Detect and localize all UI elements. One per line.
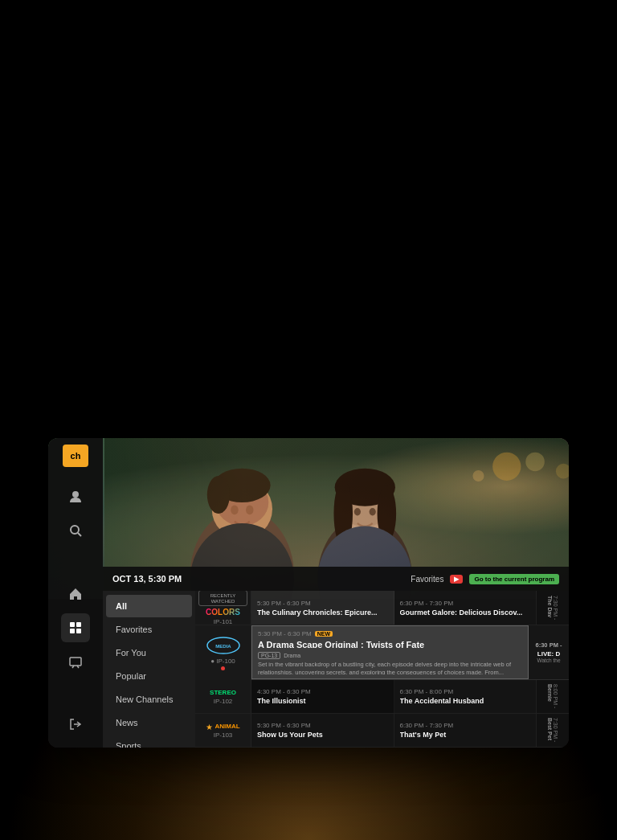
- program-time: 5:30 PM - 6:30 PM: [258, 630, 312, 637]
- svg-point-20: [492, 453, 521, 481]
- program-title: The Accidental Husband: [400, 697, 531, 705]
- guide-icon[interactable]: [61, 613, 90, 642]
- channel-row-media: MEDIA ● IP-100 5:30 PM - 6:30 PM NEW A D…: [195, 625, 569, 680]
- guide-area: All Favorites For You Popular New Channe…: [103, 591, 569, 748]
- svg-line-26: [78, 533, 81, 536]
- program-title: That's My Pet: [400, 731, 531, 739]
- media-programs: 5:30 PM - 6:30 PM NEW A Drama Scape Orig…: [251, 625, 569, 679]
- exit-icon[interactable]: [61, 710, 90, 739]
- date-time-text: OCT 13, 5:30 PM: [112, 574, 182, 584]
- colors-channel-number: IP-101: [214, 618, 233, 625]
- favorites-label: Favorites: [411, 575, 443, 584]
- recently-watched-label: RECENTLY WATCHED: [210, 593, 236, 604]
- program-cell[interactable]: 6:30 PM - 7:30 PM That's My Pet: [394, 714, 537, 747]
- category-news[interactable]: News: [106, 711, 192, 734]
- favorites-badge[interactable]: ▶: [450, 575, 463, 584]
- svg-rect-27: [70, 622, 75, 627]
- category-new-channels[interactable]: New Channels: [106, 688, 192, 711]
- svg-point-7: [207, 476, 230, 514]
- program-time: 5:30 PM - 6:30 PM: [257, 722, 388, 729]
- featured-program-cell[interactable]: 5:30 PM - 6:30 PM NEW A Drama Scape Orig…: [251, 625, 529, 679]
- overflow-cell: 6:30 PM - LIVE: D Watch the: [529, 625, 569, 679]
- program-cell[interactable]: 5:30 PM - 6:30 PM Show Us Your Pets: [251, 714, 394, 747]
- program-cell[interactable]: 5:30 PM - 6:30 PM The Culinary Chronicle…: [251, 591, 394, 625]
- program-description: Set in the vibrant backdrop of a bustlin…: [258, 661, 522, 674]
- tv-screen: ch: [48, 438, 569, 748]
- program-time: 6:30 PM - 7:30 PM: [400, 722, 531, 729]
- svg-text:MEDIA: MEDIA: [215, 644, 231, 649]
- colors-programs: 5:30 PM - 6:30 PM The Culinary Chronicle…: [251, 591, 569, 625]
- svg-point-25: [71, 526, 79, 534]
- genre-tag: Drama: [284, 653, 300, 658]
- new-badge: NEW: [315, 631, 333, 637]
- star-icon: ★: [206, 723, 213, 731]
- channel-row-colors: RECENTLY WATCHED COLORS IP-101 5:30 PM -…: [195, 591, 569, 625]
- program-title: Show Us Your Pets: [257, 731, 388, 739]
- program-title: Gourmet Galore: Delicious Discov...: [400, 608, 531, 617]
- program-time: 6:30 PM - 7:30 PM: [400, 600, 531, 607]
- date-time-bar: OCT 13, 5:30 PM Favorites ▶ Go to the cu…: [103, 567, 569, 591]
- overflow-cell: 7:30 PM - The Dav: [537, 591, 569, 625]
- home-icon[interactable]: [61, 580, 90, 608]
- colors-logo: COLORS: [206, 608, 240, 617]
- program-cell[interactable]: 6:30 PM - 8:00 PM The Accidental Husband: [394, 680, 537, 713]
- program-time: 6:30 PM - 8:00 PM: [400, 688, 531, 695]
- profile-icon[interactable]: [61, 482, 90, 511]
- app-logo: ch: [63, 445, 88, 467]
- media-live-dot: [221, 666, 225, 670]
- overflow-cell: 8:00 PM - Bernie: [537, 680, 569, 713]
- current-program-button[interactable]: Go to the current program: [469, 574, 559, 584]
- animal-channel-number: IP-103: [214, 731, 233, 739]
- stereo-programs: 4:30 PM - 6:30 PM The Illusionist 6:30 P…: [251, 680, 569, 713]
- svg-rect-30: [76, 629, 81, 633]
- program-title: The Illusionist: [257, 697, 388, 705]
- svg-point-24: [72, 491, 79, 498]
- sidebar: ch: [48, 438, 103, 748]
- svg-point-18: [370, 508, 376, 515]
- category-list: All Favorites For You Popular New Channe…: [103, 591, 195, 748]
- svg-rect-31: [70, 658, 81, 666]
- search-icon[interactable]: [61, 516, 90, 545]
- channel-info-media: MEDIA ● IP-100: [195, 625, 251, 680]
- program-cell[interactable]: 4:30 PM - 6:30 PM The Illusionist: [251, 680, 394, 713]
- program-time: 4:30 PM - 6:30 PM: [257, 688, 388, 695]
- program-title: The Culinary Chronicles: Epicure...: [257, 608, 388, 617]
- category-popular[interactable]: Popular: [106, 665, 192, 687]
- category-sports[interactable]: Sports: [106, 735, 192, 748]
- program-cell[interactable]: 6:30 PM - 7:30 PM Gourmet Galore: Delici…: [394, 591, 537, 625]
- featured-program-title: A Drama Scape Original : Twists of Fate: [258, 640, 522, 648]
- date-bar-right: Favorites ▶ Go to the current program: [411, 574, 559, 584]
- rating-badge: PG-13: [258, 652, 280, 659]
- svg-point-23: [472, 470, 484, 481]
- category-all[interactable]: All: [106, 595, 192, 617]
- channel-info-animal: ★ ANIMAL IP-103: [195, 714, 251, 747]
- svg-point-21: [525, 453, 545, 472]
- stereo-channel-number: IP-102: [214, 698, 233, 705]
- animal-logo: ANIMAL: [215, 723, 239, 730]
- category-for-you[interactable]: For You: [106, 641, 192, 664]
- channel-row-animal: ★ ANIMAL IP-103 5:30 PM - 6:30 PM Show U…: [195, 714, 569, 748]
- channel-guide: RECENTLY WATCHED COLORS IP-101 5:30 PM -…: [195, 591, 569, 748]
- channel-icon[interactable]: [61, 647, 90, 676]
- media-channel-number: ● IP-100: [210, 658, 235, 665]
- svg-point-17: [354, 508, 361, 515]
- svg-rect-29: [70, 629, 75, 633]
- program-meta: PG-13 Drama: [258, 652, 522, 659]
- animal-programs: 5:30 PM - 6:30 PM Show Us Your Pets 6:30…: [251, 714, 569, 747]
- program-time: 5:30 PM - 6:30 PM: [257, 600, 388, 607]
- channel-info-colors: RECENTLY WATCHED COLORS IP-101: [195, 591, 251, 625]
- channel-row-stereo: STEREO IP-102 4:30 PM - 6:30 PM The Illu…: [195, 680, 569, 714]
- svg-point-9: [246, 506, 253, 515]
- channel-info-stereo: STEREO IP-102: [195, 680, 251, 713]
- svg-point-8: [231, 506, 238, 515]
- svg-rect-28: [76, 622, 81, 627]
- stereo-logo: STEREO: [210, 689, 236, 696]
- category-favorites[interactable]: Favorites: [106, 618, 192, 641]
- overflow-cell: 7:30 PM - Best Pet: [537, 714, 569, 747]
